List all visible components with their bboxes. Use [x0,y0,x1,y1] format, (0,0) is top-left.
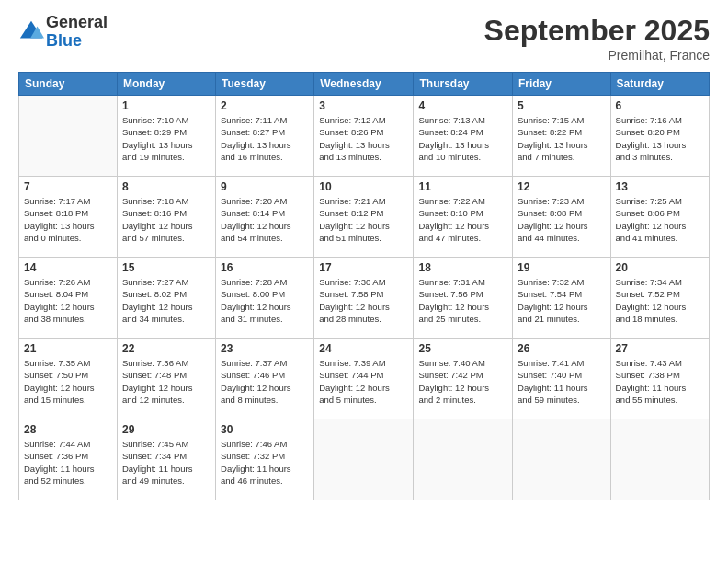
logo-general: General [46,13,108,31]
table-row: 8Sunrise: 7:18 AM Sunset: 8:16 PM Daylig… [117,177,215,258]
day-info: Sunrise: 7:17 AM Sunset: 8:18 PM Dayligh… [24,195,112,244]
table-row: 30Sunrise: 7:46 AM Sunset: 7:32 PM Dayli… [216,419,314,500]
table-row: 18Sunrise: 7:31 AM Sunset: 7:56 PM Dayli… [414,258,513,339]
table-row: 4Sunrise: 7:13 AM Sunset: 8:24 PM Daylig… [414,96,513,177]
table-row: 22Sunrise: 7:36 AM Sunset: 7:48 PM Dayli… [117,339,215,419]
day-number: 25 [418,342,507,355]
day-info: Sunrise: 7:37 AM Sunset: 7:46 PM Dayligh… [221,357,309,406]
table-row: 1Sunrise: 7:10 AM Sunset: 8:29 PM Daylig… [117,96,215,177]
month-title: September 2025 [484,14,710,48]
day-number: 27 [616,342,704,355]
day-number: 21 [24,342,112,355]
day-info: Sunrise: 7:16 AM Sunset: 8:20 PM Dayligh… [616,114,704,163]
calendar-table: Sunday Monday Tuesday Wednesday Thursday… [18,72,710,500]
day-number: 29 [122,423,210,436]
table-row: 15Sunrise: 7:27 AM Sunset: 8:02 PM Dayli… [117,258,215,339]
day-number: 28 [24,423,112,436]
col-friday: Friday [513,73,611,96]
day-number: 7 [24,180,112,193]
page: General Blue September 2025 Premilhat, F… [0,0,728,563]
table-row: 19Sunrise: 7:32 AM Sunset: 7:54 PM Dayli… [513,258,611,339]
table-row: 21Sunrise: 7:35 AM Sunset: 7:50 PM Dayli… [19,339,118,419]
table-row: 13Sunrise: 7:25 AM Sunset: 8:06 PM Dayli… [610,177,709,258]
day-info: Sunrise: 7:32 AM Sunset: 7:54 PM Dayligh… [518,276,606,325]
day-info: Sunrise: 7:41 AM Sunset: 7:40 PM Dayligh… [518,357,606,406]
day-number: 9 [221,180,309,193]
day-number: 8 [122,180,210,193]
calendar-week-4: 21Sunrise: 7:35 AM Sunset: 7:50 PM Dayli… [19,339,710,419]
table-row: 9Sunrise: 7:20 AM Sunset: 8:14 PM Daylig… [216,177,314,258]
table-row: 6Sunrise: 7:16 AM Sunset: 8:20 PM Daylig… [610,96,709,177]
day-info: Sunrise: 7:25 AM Sunset: 8:06 PM Dayligh… [616,195,704,244]
table-row [513,419,611,500]
day-info: Sunrise: 7:30 AM Sunset: 7:58 PM Dayligh… [319,276,408,325]
logo-icon [18,19,44,45]
day-info: Sunrise: 7:18 AM Sunset: 8:16 PM Dayligh… [122,195,210,244]
col-sunday: Sunday [19,73,118,96]
day-info: Sunrise: 7:39 AM Sunset: 7:44 PM Dayligh… [319,357,408,406]
day-info: Sunrise: 7:34 AM Sunset: 7:52 PM Dayligh… [616,276,704,325]
day-number: 26 [518,342,606,355]
day-info: Sunrise: 7:12 AM Sunset: 8:26 PM Dayligh… [319,114,408,163]
table-row: 29Sunrise: 7:45 AM Sunset: 7:34 PM Dayli… [117,419,215,500]
table-row [610,419,709,500]
table-row: 11Sunrise: 7:22 AM Sunset: 8:10 PM Dayli… [414,177,513,258]
day-number: 24 [319,342,408,355]
calendar-week-1: 1Sunrise: 7:10 AM Sunset: 8:29 PM Daylig… [19,96,710,177]
table-row: 2Sunrise: 7:11 AM Sunset: 8:27 PM Daylig… [216,96,314,177]
day-number: 17 [319,261,408,274]
day-info: Sunrise: 7:45 AM Sunset: 7:34 PM Dayligh… [122,438,210,487]
col-thursday: Thursday [414,73,513,96]
table-row: 24Sunrise: 7:39 AM Sunset: 7:44 PM Dayli… [314,339,414,419]
day-info: Sunrise: 7:36 AM Sunset: 7:48 PM Dayligh… [122,357,210,406]
col-tuesday: Tuesday [216,73,314,96]
table-row: 17Sunrise: 7:30 AM Sunset: 7:58 PM Dayli… [314,258,414,339]
location-subtitle: Premilhat, France [484,48,710,63]
day-number: 16 [221,261,309,274]
day-number: 4 [418,99,507,112]
day-number: 19 [518,261,606,274]
logo: General Blue [18,14,108,51]
logo-blue: Blue [46,31,82,50]
day-number: 13 [616,180,704,193]
table-row [414,419,513,500]
table-row: 20Sunrise: 7:34 AM Sunset: 7:52 PM Dayli… [610,258,709,339]
calendar-week-3: 14Sunrise: 7:26 AM Sunset: 8:04 PM Dayli… [19,258,710,339]
day-info: Sunrise: 7:43 AM Sunset: 7:38 PM Dayligh… [616,357,704,406]
table-row: 26Sunrise: 7:41 AM Sunset: 7:40 PM Dayli… [513,339,611,419]
day-number: 20 [616,261,704,274]
col-saturday: Saturday [610,73,709,96]
day-number: 14 [24,261,112,274]
day-number: 11 [418,180,507,193]
day-number: 3 [319,99,408,112]
table-row: 14Sunrise: 7:26 AM Sunset: 8:04 PM Dayli… [19,258,118,339]
day-number: 6 [616,99,704,112]
day-number: 5 [518,99,606,112]
day-info: Sunrise: 7:21 AM Sunset: 8:12 PM Dayligh… [319,195,408,244]
day-info: Sunrise: 7:10 AM Sunset: 8:29 PM Dayligh… [122,114,210,163]
col-monday: Monday [117,73,215,96]
day-info: Sunrise: 7:26 AM Sunset: 8:04 PM Dayligh… [24,276,112,325]
header: General Blue September 2025 Premilhat, F… [18,14,710,63]
day-number: 2 [221,99,309,112]
table-row: 16Sunrise: 7:28 AM Sunset: 8:00 PM Dayli… [216,258,314,339]
day-number: 12 [518,180,606,193]
table-row: 3Sunrise: 7:12 AM Sunset: 8:26 PM Daylig… [314,96,414,177]
table-row: 28Sunrise: 7:44 AM Sunset: 7:36 PM Dayli… [19,419,118,500]
day-number: 15 [122,261,210,274]
day-info: Sunrise: 7:15 AM Sunset: 8:22 PM Dayligh… [518,114,606,163]
day-info: Sunrise: 7:46 AM Sunset: 7:32 PM Dayligh… [221,438,309,487]
day-info: Sunrise: 7:28 AM Sunset: 8:00 PM Dayligh… [221,276,309,325]
logo-text: General Blue [46,14,108,51]
table-row: 10Sunrise: 7:21 AM Sunset: 8:12 PM Dayli… [314,177,414,258]
day-info: Sunrise: 7:11 AM Sunset: 8:27 PM Dayligh… [221,114,309,163]
calendar-week-5: 28Sunrise: 7:44 AM Sunset: 7:36 PM Dayli… [19,419,710,500]
day-number: 30 [221,423,309,436]
day-info: Sunrise: 7:27 AM Sunset: 8:02 PM Dayligh… [122,276,210,325]
day-info: Sunrise: 7:23 AM Sunset: 8:08 PM Dayligh… [518,195,606,244]
day-number: 23 [221,342,309,355]
table-row [19,96,118,177]
day-info: Sunrise: 7:35 AM Sunset: 7:50 PM Dayligh… [24,357,112,406]
day-info: Sunrise: 7:20 AM Sunset: 8:14 PM Dayligh… [221,195,309,244]
calendar-week-2: 7Sunrise: 7:17 AM Sunset: 8:18 PM Daylig… [19,177,710,258]
